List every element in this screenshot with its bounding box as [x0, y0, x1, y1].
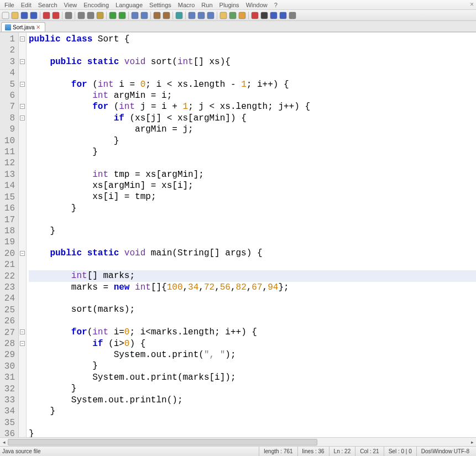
code-line[interactable]: [29, 237, 476, 248]
line-number-gutter: 1234567891011121314151617181920212223242…: [0, 33, 19, 437]
fold-toggle-icon[interactable]: −: [20, 59, 25, 64]
menu-settings[interactable]: Settings: [146, 1, 175, 9]
code-line[interactable]: [29, 45, 476, 56]
fold-toggle-icon[interactable]: −: [20, 341, 25, 346]
code-line[interactable]: int argMin = i;: [29, 90, 476, 101]
redo-icon[interactable]: [118, 11, 127, 20]
play-multi-icon[interactable]: [279, 11, 287, 20]
code-line[interactable]: }: [29, 406, 476, 417]
print-icon[interactable]: [64, 11, 73, 20]
stop-icon[interactable]: [260, 11, 269, 20]
line-number: 6: [2, 90, 15, 101]
code-line[interactable]: if (i>0) {: [29, 338, 476, 349]
menu-macro[interactable]: Macro: [175, 1, 198, 9]
tab-close-icon[interactable]: ⨯: [36, 24, 41, 30]
line-number: 17: [2, 214, 15, 226]
code-line[interactable]: xs[i] = tmp;: [29, 191, 476, 202]
code-line[interactable]: xs[argMin] = xs[i];: [29, 180, 476, 191]
undo-icon[interactable]: [108, 11, 117, 20]
paste-icon[interactable]: [96, 11, 104, 20]
menu-encoding[interactable]: Encoding: [80, 1, 112, 9]
new-file-icon[interactable]: [1, 11, 10, 20]
fold-toggle-icon[interactable]: −: [20, 82, 25, 87]
copy-icon[interactable]: [86, 11, 95, 20]
save-icon[interactable]: [20, 11, 29, 20]
code-line[interactable]: public class Sort {: [29, 34, 476, 45]
tab-sort-java[interactable]: Sort.java ⨯: [1, 22, 45, 32]
code-line[interactable]: }: [29, 203, 476, 214]
line-number: 4: [2, 67, 15, 78]
code-line[interactable]: for (int j = i + 1; j < xs.length; j++) …: [29, 101, 476, 112]
code-area[interactable]: public class Sort { public static void s…: [27, 33, 476, 437]
code-line[interactable]: System.out.println();: [29, 395, 476, 406]
doc-map-icon[interactable]: [238, 11, 247, 20]
code-line[interactable]: }: [29, 428, 476, 437]
scroll-thumb[interactable]: [8, 439, 317, 445]
code-line[interactable]: int[] marks;: [29, 270, 476, 281]
code-line[interactable]: }: [29, 226, 476, 237]
window-close-icon[interactable]: ×: [470, 1, 474, 8]
code-line[interactable]: System.out.print(", ");: [29, 349, 476, 360]
code-line[interactable]: [29, 214, 476, 225]
code-line[interactable]: if (xs[j] < xs[argMin]) {: [29, 113, 476, 124]
line-number: 26: [2, 316, 15, 327]
menu-search[interactable]: Search: [35, 1, 61, 9]
code-line[interactable]: public static void sort(int[] xs){: [29, 56, 476, 67]
code-line[interactable]: [29, 259, 476, 270]
fold-toggle-icon[interactable]: −: [20, 251, 25, 256]
code-line[interactable]: }: [29, 360, 476, 371]
folder-icon[interactable]: [219, 11, 228, 20]
record-icon[interactable]: [250, 11, 259, 20]
menu-language[interactable]: Language: [112, 1, 146, 9]
code-line[interactable]: for(int i=0; i<marks.length; i++) {: [29, 327, 476, 338]
code-line[interactable]: [29, 67, 476, 78]
indent-guide-icon[interactable]: [206, 11, 215, 20]
code-line[interactable]: [29, 158, 476, 169]
menu-help[interactable]: ?: [271, 1, 281, 9]
find-icon[interactable]: [130, 11, 139, 20]
code-line[interactable]: }: [29, 146, 476, 158]
fold-toggle-icon[interactable]: −: [20, 329, 25, 334]
menu-plugins[interactable]: Plugins: [216, 1, 243, 9]
code-line[interactable]: System.out.print(marks[i]);: [29, 372, 476, 383]
fold-toggle-icon[interactable]: −: [20, 116, 25, 120]
menu-run[interactable]: Run: [198, 1, 216, 9]
save-all-icon[interactable]: [29, 11, 38, 20]
code-line[interactable]: for (int i = 0; i < xs.length - 1; i++) …: [29, 79, 476, 90]
close-icon[interactable]: [42, 11, 51, 20]
code-line[interactable]: [29, 293, 476, 304]
svg-rect-25: [270, 12, 277, 19]
code-line[interactable]: argMin = j;: [29, 124, 476, 135]
menu-file[interactable]: File: [1, 1, 18, 9]
code-line[interactable]: sort(marks);: [29, 304, 476, 315]
menu-window[interactable]: Window: [243, 1, 271, 9]
fold-toggle-icon[interactable]: −: [20, 104, 25, 109]
open-file-icon[interactable]: [11, 11, 19, 20]
menu-edit[interactable]: Edit: [18, 1, 35, 9]
wrap-icon[interactable]: [187, 11, 196, 20]
menu-view[interactable]: View: [61, 1, 81, 9]
code-line[interactable]: public static void main(String[] args) {: [29, 248, 476, 259]
cut-icon[interactable]: [77, 11, 86, 20]
horizontal-scrollbar[interactable]: ◂ ▸: [0, 437, 476, 446]
code-line[interactable]: }: [29, 135, 476, 146]
line-number: 8: [2, 113, 15, 124]
code-line[interactable]: int tmp = xs[argMin];: [29, 169, 476, 180]
code-line[interactable]: marks = new int[]{100,34,72,56,82,67,94}…: [29, 282, 476, 293]
save-macro-icon[interactable]: [288, 11, 297, 20]
code-line[interactable]: }: [29, 383, 476, 394]
line-number: 7: [2, 101, 15, 112]
scroll-left-icon[interactable]: ◂: [0, 438, 8, 447]
close-all-icon[interactable]: [51, 11, 60, 20]
fold-toggle-icon[interactable]: −: [20, 36, 25, 41]
code-line[interactable]: [29, 316, 476, 327]
zoom-in-icon[interactable]: [153, 11, 161, 20]
play-icon[interactable]: [269, 11, 278, 20]
replace-icon[interactable]: [140, 11, 149, 20]
scroll-right-icon[interactable]: ▸: [468, 438, 476, 447]
show-all-icon[interactable]: [197, 11, 206, 20]
code-line[interactable]: [29, 417, 476, 428]
sync-icon[interactable]: [175, 11, 184, 20]
function-list-icon[interactable]: [228, 11, 237, 20]
zoom-out-icon[interactable]: [162, 11, 171, 20]
